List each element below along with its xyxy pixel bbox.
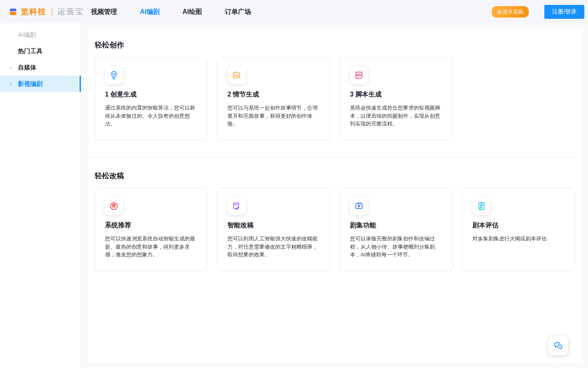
- easy-creation-cards: 1 创意生成 通过系统的内置的智能算法，您可以获得从未体验过的、令人惊奇的创意想…: [88, 57, 581, 140]
- card-script-generation[interactable]: 3 脚本生成 系统会快速生成符合您要求的短视频脚本，以便后续的拍摄制作，实现从创…: [340, 57, 452, 140]
- register-login-button[interactable]: 注册/登录: [544, 5, 584, 19]
- card-description: 通过系统的内置的智能算法，您可以获得从未体验过的、令人惊奇的创意想法。: [105, 104, 197, 128]
- sidebar: AI编剧 热门工具 自媒体 影视编剧: [0, 23, 81, 368]
- sidebar-section-header: AI编剧: [0, 27, 81, 43]
- card-series-features[interactable]: 剧集功能 您可以体验完整的剧集创作和改编过程，从人物小传、故事梗概到分集剧本，A…: [340, 188, 452, 271]
- section-title-easy-revision: 轻松改稿: [88, 157, 581, 181]
- nav-item-video-management[interactable]: 视频管理: [91, 0, 117, 23]
- sidebar-item-we-media[interactable]: 自媒体: [0, 59, 81, 76]
- tv-play-icon: [350, 197, 368, 215]
- easy-revision-cards: 荐 系统推荐 您可以快速浏览系统自动智能生成的最新、最热的创意和故事，得到更多灵…: [88, 188, 581, 271]
- card-description: 您可以快速浏览系统自动智能生成的最新、最热的创意和故事，得到更多灵感，激发您的想…: [105, 235, 197, 259]
- card-system-recommendation[interactable]: 荐 系统推荐 您可以快速浏览系统自动智能生成的最新、最热的创意和故事，得到更多灵…: [95, 188, 207, 271]
- top-navbar: 览科技 | 运营宝 视频管理 AI编剧 AI绘图 订单广场 会员卡兑换 注册/登…: [0, 0, 588, 23]
- card-idea-generation[interactable]: 1 创意生成 通过系统的内置的智能算法，您可以获得从未体验过的、令人惊奇的创意想…: [95, 57, 207, 140]
- document-edit-icon: [227, 197, 245, 215]
- card-description: 对多集剧集进行大纲或剧本评估: [472, 235, 565, 243]
- card-title: 系统推荐: [105, 221, 197, 230]
- svg-text:荐: 荐: [111, 204, 116, 208]
- robot-icon: [227, 66, 245, 84]
- sidebar-item-label: 自媒体: [18, 64, 36, 72]
- card-description: 您可以与系统一起创作故事情节，合理展开和完善故事，获得更好的创作体验。: [227, 104, 320, 128]
- document-search-icon: [472, 197, 490, 215]
- wechat-contact-button[interactable]: [548, 336, 568, 355]
- section-title-easy-creation: 轻松创作: [88, 29, 581, 50]
- card-title: 剧本评估: [472, 221, 565, 230]
- sidebar-item-label: 影视编剧: [18, 80, 42, 88]
- sidebar-item-label: 热门工具: [18, 47, 42, 55]
- member-card-redeem-button[interactable]: 会员卡兑换: [492, 6, 529, 18]
- brand-logo[interactable]: 览科技 | 运营宝: [8, 7, 85, 17]
- card-title: 1 创意生成: [105, 90, 197, 99]
- chevron-right-icon: [8, 65, 13, 70]
- nav-item-ai-drawing[interactable]: AI绘图: [183, 0, 202, 23]
- card-title: 3 脚本生成: [350, 90, 442, 99]
- logo-text-secondary: 运营宝: [58, 7, 85, 17]
- wechat-icon: [552, 340, 564, 351]
- card-description: 系统会快速生成符合您要求的短视频脚本，以便后续的拍摄制作，实现从创意到实现的完整…: [350, 104, 442, 128]
- card-smart-revision[interactable]: 智能改稿 您可以利用人工智能强大快速的改稿能力，对任意需要修改的文字精雕细琢，取…: [217, 188, 330, 271]
- card-plot-generation[interactable]: 2 情节生成 您可以与系统一起创作故事情节，合理展开和完善故事，获得更好的创作体…: [217, 57, 330, 140]
- sidebar-item-hot-tools[interactable]: 热门工具: [0, 43, 81, 59]
- brand-mark-icon: [8, 7, 18, 17]
- main-nav: 视频管理 AI编剧 AI绘图 订单广场: [91, 0, 251, 23]
- logo-text-primary: 览科技: [21, 7, 47, 17]
- card-title: 智能改稿: [227, 221, 320, 230]
- chevron-right-icon: [8, 81, 13, 87]
- card-description: 您可以利用人工智能强大快速的改稿能力，对任意需要修改的文字精雕细琢，取得想要的效…: [227, 235, 320, 259]
- logo-divider: |: [51, 7, 53, 16]
- card-script-evaluation[interactable]: 剧本评估 对多集剧集进行大纲或剧本评估: [462, 188, 575, 271]
- lightbulb-idea-icon: [105, 66, 123, 84]
- nav-item-ai-screenwriting[interactable]: AI编剧: [140, 0, 160, 23]
- recommend-badge-icon: 荐: [105, 197, 123, 215]
- nav-item-order-marketplace[interactable]: 订单广场: [225, 0, 251, 23]
- card-title: 剧集功能: [350, 221, 442, 230]
- main-content: 轻松创作 1 创意生成 通过系统的内置的智能算法，您可以获得从未体验过的、令人惊…: [88, 29, 581, 362]
- code-script-icon: [350, 66, 368, 84]
- card-description: 您可以体验完整的剧集创作和改编过程，从人物小传、故事梗概到分集剧本，AI将辅助每…: [350, 235, 442, 259]
- card-title: 2 情节生成: [227, 90, 320, 99]
- navbar-actions: 会员卡兑换 注册/登录: [492, 5, 584, 19]
- sidebar-item-film-tv-screenwriting[interactable]: 影视编剧: [0, 76, 81, 92]
